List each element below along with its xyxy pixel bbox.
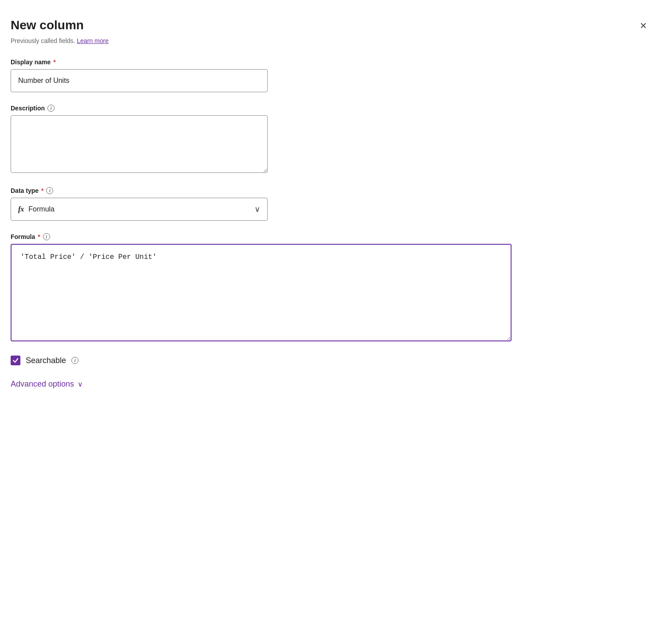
panel-title: New column	[11, 18, 84, 33]
searchable-row: Searchable i	[11, 356, 651, 365]
learn-more-link[interactable]: Learn more	[77, 37, 109, 44]
close-button[interactable]: ✕	[636, 18, 651, 34]
panel-subtitle: Previously called fields. Learn more	[11, 37, 651, 44]
description-input[interactable]	[11, 115, 268, 173]
searchable-checkbox[interactable]	[11, 356, 20, 365]
advanced-options-label: Advanced options	[11, 379, 74, 389]
searchable-label: Searchable	[26, 356, 66, 365]
data-type-group: Data type * i fx Formula ∨	[11, 187, 651, 221]
formula-group: Formula * i 'Total Price' / 'Price Per U…	[11, 233, 651, 343]
display-name-input[interactable]	[11, 69, 268, 92]
display-name-label: Display name *	[11, 59, 651, 66]
data-type-label: Data type * i	[11, 187, 651, 194]
data-type-select-wrapper: fx Formula ∨	[11, 198, 268, 221]
formula-input[interactable]: 'Total Price' / 'Price Per Unit'	[11, 244, 512, 341]
searchable-info-icon[interactable]: i	[71, 357, 78, 364]
data-type-chevron-icon: ∨	[254, 204, 260, 214]
data-type-select[interactable]: fx Formula ∨	[11, 198, 268, 221]
panel-header: New column ✕	[11, 18, 651, 34]
description-info-icon[interactable]: i	[47, 105, 55, 112]
description-group: Description i	[11, 105, 651, 175]
checkmark-icon	[12, 357, 19, 364]
formula-label: Formula * i	[11, 233, 651, 240]
fx-icon: fx	[18, 205, 24, 213]
display-name-group: Display name *	[11, 59, 651, 92]
new-column-panel: New column ✕ Previously called fields. L…	[0, 0, 672, 622]
data-type-value: Formula	[28, 205, 55, 213]
data-type-info-icon[interactable]: i	[46, 187, 53, 194]
formula-info-icon[interactable]: i	[43, 233, 50, 240]
data-type-required-star: *	[41, 187, 43, 194]
close-icon: ✕	[640, 21, 647, 30]
required-star: *	[53, 59, 55, 66]
advanced-options-row[interactable]: Advanced options ∨	[11, 379, 651, 389]
advanced-options-chevron-icon: ∨	[78, 380, 83, 388]
description-label: Description i	[11, 105, 651, 112]
formula-required-star: *	[38, 233, 40, 240]
